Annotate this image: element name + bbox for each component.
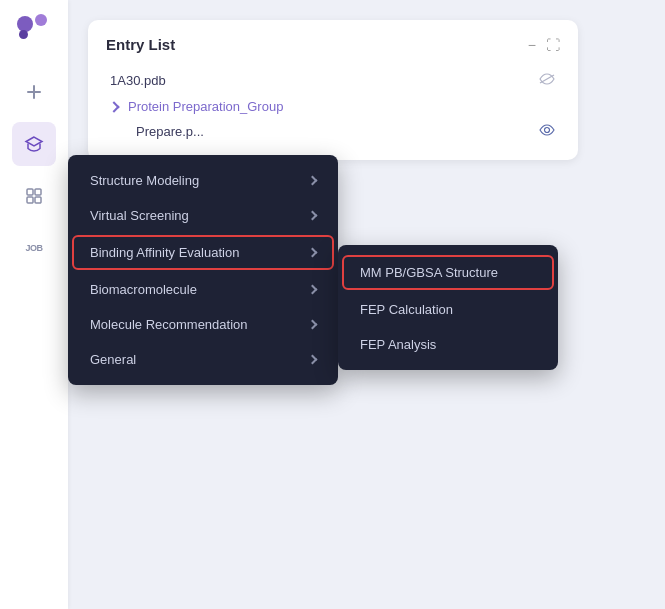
menu-label-binding-affinity: Binding Affinity Evaluation [90, 245, 239, 260]
entry-list-panel: Entry List − ⛶ 1A30.pdb Protein Preparat… [88, 20, 578, 160]
education-icon[interactable] [12, 122, 56, 166]
visibility-icon-1a30[interactable] [538, 73, 556, 88]
menu-label-general: General [90, 352, 136, 367]
logo-dot-medium [35, 14, 47, 26]
menu-label-biomacromolecule: Biomacromolecule [90, 282, 197, 297]
entry-name-1a30: 1A30.pdb [110, 73, 530, 88]
panel-title: Entry List [106, 36, 175, 53]
menu-item-general[interactable]: General [72, 342, 334, 377]
job-icon[interactable]: JOB [12, 226, 56, 270]
panel-controls: − ⛶ [528, 37, 560, 53]
logo-dot-small [19, 30, 28, 39]
menu-label-structure-modeling: Structure Modeling [90, 173, 199, 188]
minimize-button[interactable]: − [528, 37, 536, 53]
menu-label-virtual-screening: Virtual Screening [90, 208, 189, 223]
sidebar: JOB [0, 0, 68, 609]
chevron-icon-structure-modeling [308, 176, 318, 186]
chevron-icon-biomacromolecule [308, 285, 318, 295]
svg-rect-3 [35, 189, 41, 195]
menu-item-structure-modeling[interactable]: Structure Modeling [72, 163, 334, 198]
svg-rect-1 [27, 91, 41, 93]
svg-rect-5 [35, 197, 41, 203]
svg-rect-2 [27, 189, 33, 195]
menu-item-biomacromolecule[interactable]: Biomacromolecule [72, 272, 334, 307]
add-icon[interactable] [12, 70, 56, 114]
menu-label-molecule-recommendation: Molecule Recommendation [90, 317, 248, 332]
sub-menu-item-fep-calculation[interactable]: FEP Calculation [342, 292, 554, 327]
sub-menu-label-fep-calculation: FEP Calculation [360, 302, 453, 317]
group-expand-icon[interactable] [108, 101, 119, 112]
menu-item-virtual-screening[interactable]: Virtual Screening [72, 198, 334, 233]
sub-menu-item-mm-pbgbsa[interactable]: MM PB/GBSA Structure [342, 255, 554, 290]
sub-menu-label-mm-pbgbsa: MM PB/GBSA Structure [360, 265, 498, 280]
chevron-icon-virtual-screening [308, 211, 318, 221]
menu-item-binding-affinity[interactable]: Binding Affinity Evaluation [72, 235, 334, 270]
app-logo [15, 14, 53, 52]
maximize-button[interactable]: ⛶ [546, 37, 560, 53]
sub-menu-label-fep-analysis: FEP Analysis [360, 337, 436, 352]
svg-rect-4 [27, 197, 33, 203]
prepare-name: Prepare.p... [136, 124, 530, 139]
chevron-icon-general [308, 355, 318, 365]
group-row: Protein Preparation_Group [106, 94, 560, 119]
grid-icon[interactable] [12, 174, 56, 218]
entry-row-1a30: 1A30.pdb [106, 67, 560, 94]
chevron-icon-binding-affinity [308, 248, 318, 258]
panel-header: Entry List − ⛶ [106, 36, 560, 53]
sub-menu: MM PB/GBSA Structure FEP Calculation FEP… [338, 245, 558, 370]
prepare-row: Prepare.p... [106, 119, 560, 144]
sub-menu-item-fep-analysis[interactable]: FEP Analysis [342, 327, 554, 362]
visibility-icon-prepare[interactable] [538, 124, 556, 139]
context-menu: Structure Modeling Virtual Screening Bin… [68, 155, 338, 385]
chevron-icon-molecule-recommendation [308, 320, 318, 330]
group-name: Protein Preparation_Group [128, 99, 283, 114]
svg-point-7 [545, 128, 550, 133]
menu-item-molecule-recommendation[interactable]: Molecule Recommendation [72, 307, 334, 342]
